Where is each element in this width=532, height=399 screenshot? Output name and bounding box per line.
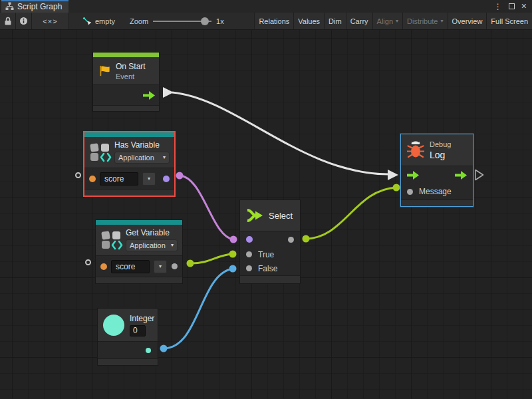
select-header: Select — [240, 200, 300, 231]
node-get-variable[interactable]: Get Variable Application ▾ score ▾ — [95, 219, 183, 284]
variable-name-value: score — [116, 262, 135, 271]
variable-name-field[interactable]: score — [100, 172, 138, 186]
debug-log-flow-row — [401, 166, 473, 184]
has-variable-hidden-input-port[interactable] — [75, 172, 81, 178]
zoom-slider-handle[interactable] — [201, 17, 209, 25]
relations-label: Relations — [259, 17, 289, 25]
integer-header: Integer — [98, 309, 158, 342]
close-icon[interactable]: × — [521, 3, 527, 9]
align-label: Align — [377, 17, 393, 25]
select-false-row: False — [240, 261, 300, 275]
message-label: Message — [419, 187, 452, 196]
node-color-strip — [84, 132, 174, 137]
get-variable-output-port[interactable] — [172, 263, 178, 269]
pointer-icon — [82, 17, 92, 26]
integer-port-row — [98, 342, 158, 358]
tab-label: Script Graph — [17, 2, 62, 11]
graph-toolbar: <×> empty Zoom 1x Relations Values — [0, 13, 532, 30]
debug-log-unconnected-flow-port[interactable] — [474, 169, 485, 181]
overview-button[interactable]: Overview — [448, 13, 487, 29]
node-title: Integer — [130, 314, 154, 323]
node-has-variable[interactable]: Has Variable Application ▾ score ▾ — [83, 131, 176, 197]
distribute-label: Distribute — [407, 17, 438, 25]
select-merge-icon — [246, 207, 263, 223]
flow-output-port[interactable] — [455, 171, 467, 180]
variable-name-value: score — [104, 174, 124, 184]
node-footer — [401, 200, 473, 206]
on-start-titles: On Start Event — [116, 62, 146, 80]
variable-name-dropdown-button[interactable]: ▾ — [142, 172, 156, 186]
flag-icon — [98, 65, 111, 77]
node-title: On Start — [116, 62, 146, 71]
variable-scope-dropdown[interactable]: Application ▾ — [126, 239, 178, 251]
debug-log-header: Debug Log — [401, 134, 473, 166]
integer-titles: Integer — [130, 314, 154, 336]
zoom-slider[interactable] — [153, 13, 211, 30]
relations-button[interactable]: Relations — [254, 13, 293, 29]
dim-button[interactable]: Dim — [324, 13, 346, 29]
node-footer — [240, 275, 300, 283]
on-start-header: On Start Event — [93, 57, 159, 85]
carry-button[interactable]: Carry — [346, 13, 372, 29]
has-variable-output-port[interactable] — [163, 176, 170, 182]
lock-button[interactable] — [0, 13, 16, 29]
select-true-label: True — [258, 250, 274, 259]
tab-script-graph[interactable]: Script Graph — [1, 0, 68, 13]
has-variable-header: Has Variable Application ▾ — [84, 137, 174, 168]
variables-icon — [100, 230, 123, 250]
node-on-start[interactable]: On Start Event — [92, 52, 160, 112]
has-variable-port-row: score ▾ — [84, 168, 174, 189]
values-button[interactable]: Values — [293, 13, 324, 29]
select-condition-input-port[interactable] — [246, 236, 253, 243]
flow-output-port[interactable] — [143, 91, 155, 100]
scope-value: Application — [118, 154, 154, 162]
message-input-port[interactable] — [407, 189, 413, 195]
lock-icon — [4, 17, 12, 26]
maximize-icon[interactable] — [509, 3, 515, 9]
zoom-value: 1x — [216, 17, 224, 25]
node-debug-log[interactable]: Debug Log Message — [400, 134, 473, 207]
code-view-button[interactable]: <×> — [32, 13, 69, 29]
overview-label: Overview — [452, 17, 483, 25]
chevron-down-icon: ▾ — [396, 19, 398, 24]
node-select[interactable]: Select True False — [239, 200, 301, 284]
scope-value: Application — [130, 241, 166, 249]
code-icon: <×> — [43, 17, 57, 25]
graph-icon — [5, 2, 14, 11]
variable-name-field[interactable]: score — [111, 260, 150, 273]
distribute-dropdown[interactable]: Distribute ▾ — [402, 13, 447, 29]
kebab-menu-icon[interactable]: ⋮ — [494, 2, 502, 11]
node-category: Debug — [430, 140, 451, 148]
node-title: Log — [430, 150, 451, 160]
select-true-input-port[interactable] — [246, 251, 252, 257]
select-true-row: True — [240, 247, 300, 261]
node-subtitle: Event — [116, 72, 146, 80]
variable-scope-dropdown[interactable]: Application ▾ — [114, 152, 170, 164]
get-variable-hidden-input-port[interactable] — [85, 259, 91, 265]
variable-name-dropdown-button[interactable]: ▾ — [154, 260, 167, 273]
flow-input-port[interactable] — [407, 171, 419, 180]
get-variable-header: Get Variable Application ▾ — [96, 225, 182, 256]
integer-output-port[interactable] — [146, 348, 151, 353]
toolbar-gap — [69, 13, 77, 29]
node-color-strip — [93, 53, 159, 57]
integer-value-input[interactable] — [130, 325, 146, 336]
info-button[interactable] — [16, 13, 32, 29]
titlebar: Script Graph ⋮ × — [0, 0, 532, 13]
select-output-port[interactable] — [288, 237, 294, 243]
node-title: Get Variable — [126, 228, 178, 237]
node-integer[interactable]: Integer — [97, 308, 158, 366]
select-condition-row — [240, 231, 300, 247]
dim-label: Dim — [329, 17, 342, 25]
align-dropdown[interactable]: Align ▾ — [372, 13, 402, 29]
chevron-down-icon: ▾ — [171, 243, 174, 248]
variable-name-input-port[interactable] — [100, 263, 107, 270]
window-controls: ⋮ × — [494, 0, 532, 13]
fullscreen-button[interactable]: Full Screen — [486, 13, 532, 29]
variable-name-input-port[interactable] — [89, 176, 96, 182]
selection-status-label: empty — [95, 17, 115, 25]
get-variable-port-row: score ▾ — [96, 256, 182, 277]
select-false-label: False — [258, 264, 277, 273]
get-variable-titles: Get Variable Application ▾ — [126, 228, 178, 251]
select-false-input-port[interactable] — [246, 265, 252, 271]
